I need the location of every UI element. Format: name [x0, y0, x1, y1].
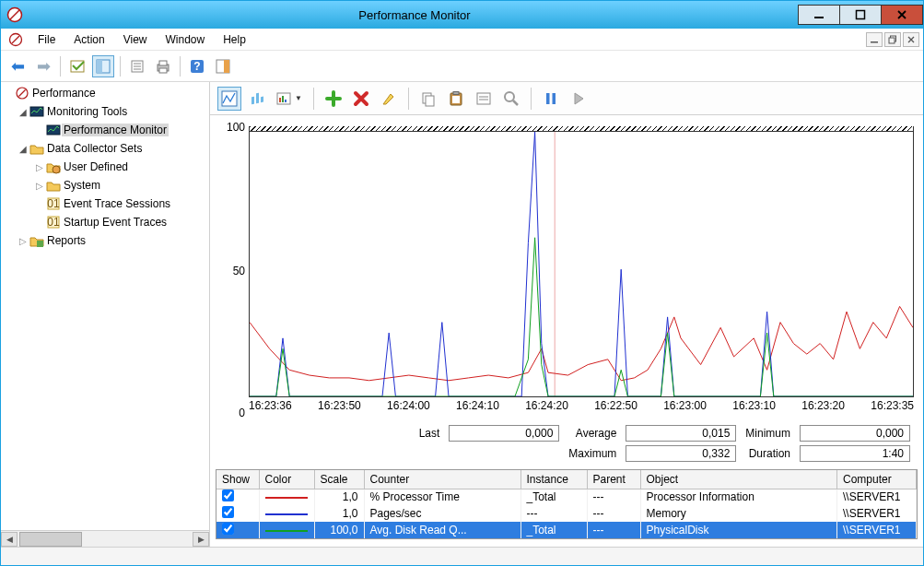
show-checkbox[interactable]: [222, 506, 234, 518]
monitor-toolbar: ▼: [210, 82, 923, 115]
help-button[interactable]: ?: [186, 55, 208, 77]
export-list-button[interactable]: [126, 55, 148, 77]
chart-area: 100 50 0 16:23:3616:23:5016:24:0016:24:1…: [210, 115, 923, 421]
freeze-display-button[interactable]: [539, 87, 563, 111]
col-color[interactable]: Color: [259, 470, 314, 489]
svg-point-49: [505, 92, 514, 101]
minimize-button[interactable]: [798, 5, 840, 25]
x-tick: 16:22:50: [594, 399, 637, 416]
back-button[interactable]: ⬅: [6, 55, 29, 77]
zoom-button[interactable]: [499, 87, 523, 111]
col-instance[interactable]: Instance: [520, 470, 587, 489]
x-tick: 16:23:50: [318, 399, 361, 416]
legend-row[interactable]: 1,0Pages/sec------Memory\\SERVER1: [216, 505, 917, 522]
show-checkbox[interactable]: [222, 489, 234, 501]
menu-window[interactable]: Window: [157, 30, 215, 49]
app-icon: [6, 6, 23, 23]
col-scale[interactable]: Scale: [314, 470, 364, 489]
svg-text:01: 01: [47, 197, 60, 210]
delete-counter-button[interactable]: [349, 87, 373, 111]
svg-rect-32: [37, 241, 43, 247]
close-button[interactable]: [881, 5, 923, 25]
paste-counter-list-button[interactable]: [444, 87, 468, 111]
last-value: 0,000: [449, 425, 559, 442]
tree-node-monitoring-tools[interactable]: ◢ Monitoring Tools: [1, 102, 209, 121]
menu-file[interactable]: File: [29, 30, 64, 49]
tree-horizontal-scrollbar[interactable]: ◀ ▶: [1, 530, 209, 547]
monitor-pane: ▼ 100 50 0: [210, 82, 923, 547]
legend-row[interactable]: 100,0Avg. Disk Read Q..._Total---Physica…: [216, 522, 917, 538]
maximum-label: Maximum: [568, 447, 616, 460]
forward-button[interactable]: ➡: [32, 55, 54, 77]
svg-rect-46: [477, 93, 490, 104]
col-object[interactable]: Object: [640, 470, 837, 489]
chart-type-dropdown[interactable]: ▼: [273, 87, 306, 111]
mdi-restore-button[interactable]: [884, 32, 901, 47]
legend-row[interactable]: 1,0% Processor Time_Total---Processor In…: [216, 489, 917, 505]
menu-action[interactable]: Action: [64, 30, 113, 49]
svg-rect-38: [279, 98, 281, 102]
x-tick: 16:23:00: [663, 399, 707, 416]
highlight-button[interactable]: [377, 87, 401, 111]
average-value: 0,015: [626, 425, 736, 442]
x-tick: 16:24:00: [387, 399, 430, 416]
navigation-tree: Performance ◢ Monitoring Tools Performan…: [1, 82, 210, 547]
view-line-chart-button[interactable]: [217, 87, 241, 111]
col-computer[interactable]: Computer: [837, 470, 917, 489]
menu-view[interactable]: View: [114, 30, 157, 49]
update-data-button[interactable]: [567, 87, 591, 111]
svg-rect-51: [546, 93, 550, 104]
y-axis: 100 50 0: [217, 126, 249, 418]
maximize-button[interactable]: [839, 5, 882, 25]
properties-button[interactable]: [92, 55, 114, 77]
tree-node-performance-monitor[interactable]: Performance Monitor: [1, 121, 209, 139]
svg-rect-40: [285, 100, 287, 102]
svg-rect-44: [453, 91, 459, 94]
action-pane-toggle-button[interactable]: [212, 55, 234, 77]
menu-help[interactable]: Help: [214, 30, 255, 49]
duration-label: Duration: [745, 447, 790, 460]
svg-rect-18: [159, 68, 167, 73]
copy-properties-button[interactable]: [416, 87, 440, 111]
tree-node-performance[interactable]: Performance: [1, 84, 209, 102]
scroll-right-button[interactable]: ▶: [193, 532, 209, 547]
col-parent[interactable]: Parent: [587, 470, 640, 489]
add-counter-button[interactable]: [322, 87, 345, 111]
show-hide-console-tree-button[interactable]: [66, 55, 88, 77]
tree-node-startup-event-traces[interactable]: 01 Startup Event Traces: [1, 213, 209, 231]
svg-line-50: [513, 100, 518, 105]
svg-rect-52: [553, 93, 556, 104]
x-tick: 16:24:20: [525, 399, 568, 416]
svg-rect-11: [97, 60, 102, 73]
tree-node-data-collector-sets[interactable]: ◢ Data Collector Sets: [1, 139, 209, 158]
stats-bar: Last 0,000 Average 0,015 Minimum 0,000 M…: [210, 421, 923, 469]
show-checkbox[interactable]: [222, 523, 234, 535]
tree-node-reports[interactable]: ▷ Reports: [1, 231, 209, 250]
view-histogram-button[interactable]: [245, 87, 269, 111]
x-tick: 16:24:10: [456, 399, 499, 416]
mdi-close-button[interactable]: [903, 32, 919, 47]
x-axis: 16:23:3616:23:5016:24:0016:24:1016:24:20…: [249, 397, 914, 418]
col-show[interactable]: Show: [216, 470, 259, 489]
status-bar: [1, 547, 923, 565]
svg-rect-45: [452, 96, 460, 103]
col-counter[interactable]: Counter: [364, 470, 520, 489]
scroll-thumb[interactable]: [19, 532, 82, 547]
window-title: Performance Monitor: [30, 8, 799, 22]
tree-node-event-trace-sessions[interactable]: 01 Event Trace Sessions: [1, 195, 209, 213]
minimum-label: Minimum: [745, 427, 790, 440]
mdi-minimize-button[interactable]: [866, 32, 883, 47]
svg-text:01: 01: [47, 216, 60, 229]
chart-plot[interactable]: [249, 126, 914, 397]
last-label: Last: [419, 427, 440, 440]
print-button[interactable]: [152, 55, 174, 77]
svg-rect-3: [857, 11, 865, 19]
scroll-left-button[interactable]: ◀: [1, 532, 18, 547]
svg-rect-8: [889, 38, 895, 43]
duration-value: 1:40: [800, 445, 910, 462]
tree-node-user-defined[interactable]: ▷ User Defined: [1, 158, 209, 176]
tree-node-system[interactable]: ▷ System: [1, 176, 209, 195]
title-bar[interactable]: Performance Monitor: [1, 1, 923, 29]
x-tick: 16:23:36: [249, 399, 292, 416]
properties-dialog-button[interactable]: [472, 87, 496, 111]
